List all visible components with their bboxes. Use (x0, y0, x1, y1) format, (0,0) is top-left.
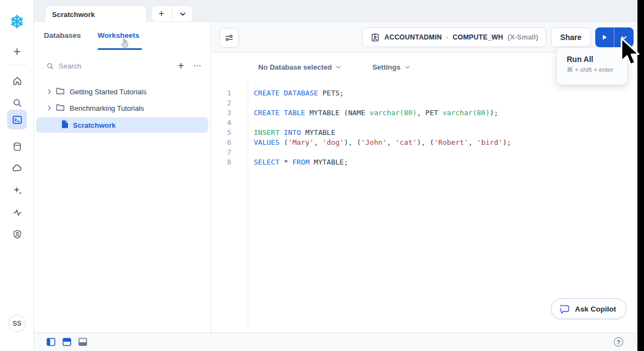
tree-item-worksheet-selected[interactable]: Scratchwork (36, 117, 208, 133)
projects-worksheets-icon[interactable] (7, 110, 27, 129)
tab-worksheets[interactable]: Worksheets (98, 31, 139, 39)
line-number: 3 (212, 108, 231, 118)
toggle-left-panel-icon[interactable] (47, 338, 55, 346)
activity-icon[interactable] (7, 202, 27, 222)
search-input[interactable]: Search (46, 62, 81, 70)
settings-menu[interactable]: Settings (372, 63, 410, 71)
active-tab-underline (98, 48, 142, 50)
code-token: 'John' (361, 138, 387, 146)
code-token: MYTABLE (NAME (305, 109, 369, 117)
code-token: CREATE DATABASE (254, 89, 318, 97)
session-context-selector[interactable]: ACCOUNTADMIN • COMPUTE_WH (X-Small) (362, 27, 546, 47)
code-token: , PET (417, 109, 442, 117)
tab-actions: + (151, 5, 193, 22)
play-icon (601, 34, 608, 41)
chevron-right-icon[interactable] (47, 88, 53, 96)
user-avatar[interactable]: SS (8, 315, 26, 332)
object-sidebar: Databases Worksheets Search + ⋯ Getting … (34, 22, 211, 332)
tree-item-folder[interactable]: Benchmarking Tutorials (34, 100, 210, 116)
code-token: ); (489, 109, 498, 117)
run-options-menu: Run All ⌘ + shift + enter (557, 48, 627, 84)
code-token: , (387, 138, 396, 146)
worksheet-filters-icon[interactable] (219, 28, 239, 48)
code-line[interactable] (254, 118, 644, 128)
sql-editor[interactable]: 12345678 CREATE DATABASE PETS; CREATE TA… (212, 81, 644, 332)
line-number: 7 (212, 148, 231, 157)
tab-scratchwork[interactable]: Scratchwork (45, 5, 147, 22)
code-token: INSERT (254, 128, 280, 137)
copilot-sparkle-bubble-icon (558, 303, 570, 315)
code-token: 'Robert' (434, 138, 469, 146)
code-token: VALUES (254, 138, 280, 146)
toggle-top-panel-icon[interactable] (62, 338, 71, 346)
code-token: 'cat' (395, 138, 417, 146)
code-line[interactable]: VALUES ('Mary', 'dog'), ('John', 'cat'),… (254, 138, 644, 148)
code-token: ( (280, 138, 288, 146)
hand-cursor (120, 38, 129, 48)
header-actions: ACCOUNTADMIN • COMPUTE_WH (X-Small) Shar… (362, 27, 634, 47)
warehouse-size-label: (X-Small) (508, 33, 538, 41)
code-token: 'Mary' (288, 138, 314, 146)
chevron-right-icon[interactable] (47, 104, 53, 112)
folder-icon (56, 104, 65, 113)
search-placeholder: Search (59, 62, 81, 70)
snowsight-app: ❄ + SS Scratchwork (0, 0, 644, 351)
menu-item-run-all[interactable]: Run All (567, 55, 627, 64)
more-options-button[interactable]: ⋯ (193, 61, 202, 71)
new-worksheet-tab-button[interactable]: + (151, 5, 172, 22)
new-worksheet-button[interactable]: + (178, 60, 184, 72)
tab-databases[interactable]: Databases (44, 31, 81, 39)
database-selector[interactable]: No Database selected (258, 63, 341, 71)
code-token (280, 128, 284, 137)
code-token: ); (503, 138, 511, 146)
code-line[interactable]: CREATE TABLE MYTABLE (NAME varchar(80), … (254, 108, 644, 118)
admin-icon[interactable] (7, 224, 27, 244)
mouse-cursor-arrow (619, 37, 641, 69)
code-token: ), ( (417, 138, 434, 146)
ai-ml-sparkles-icon[interactable] (7, 180, 27, 200)
code-token: * (280, 158, 292, 166)
code-line[interactable]: CREATE DATABASE PETS; (254, 88, 644, 98)
code-token: , (468, 138, 477, 146)
code-line[interactable] (254, 148, 644, 157)
code-token: varchar(80) (442, 109, 489, 117)
run-button[interactable] (595, 27, 614, 47)
worksheet-tabstrip: Scratchwork + (34, 0, 644, 22)
share-button[interactable]: Share (551, 27, 591, 47)
line-number: 8 (212, 157, 231, 167)
code-token: , (314, 138, 323, 146)
code-token: CREATE TABLE (254, 109, 305, 117)
home-icon[interactable] (7, 71, 27, 90)
code-lines[interactable]: CREATE DATABASE PETS; CREATE TABLE MYTAB… (248, 81, 644, 332)
code-line[interactable] (254, 98, 644, 108)
tree-item-label: Scratchwork (73, 121, 116, 129)
warehouse-label: COMPUTE_WH (453, 33, 503, 41)
layout-toggles (47, 338, 87, 346)
tree-item-label: Benchmarking Tutorials (70, 104, 144, 112)
code-token: FROM (292, 158, 309, 166)
data-icon[interactable] (7, 137, 27, 156)
tree-item-label: Getting Started Tutorials (70, 88, 146, 96)
toggle-bottom-panel-icon[interactable] (78, 338, 87, 346)
line-number: 2 (212, 98, 231, 108)
cloud-icon[interactable] (7, 158, 27, 178)
role-badge-icon (371, 33, 380, 42)
rail-divider (8, 65, 26, 65)
tree-item-folder[interactable]: Getting Started Tutorials (34, 83, 210, 100)
tab-list-chevron-button[interactable] (172, 5, 193, 22)
code-token: PETS; (318, 89, 344, 97)
help-button[interactable]: ? (614, 337, 623, 347)
snowflake-logo-icon[interactable]: ❄ (0, 12, 34, 32)
left-rail: ❄ + SS (0, 0, 34, 351)
worksheet-search-row: Search + ⋯ (34, 58, 210, 80)
line-number: 1 (212, 88, 231, 98)
code-line[interactable]: INSERT INTO MYTABLE (254, 128, 644, 138)
chevron-down-icon (404, 64, 411, 70)
line-numbers: 12345678 (212, 81, 248, 332)
chevron-down-icon (335, 64, 341, 70)
ask-copilot-button[interactable]: Ask Copilot (551, 298, 626, 319)
code-line[interactable]: SELECT * FROM MYTABLE; (254, 157, 644, 167)
code-token: varchar(80) (369, 109, 417, 117)
code-token: 'dog' (322, 138, 344, 146)
create-new-button[interactable]: + (0, 44, 34, 59)
